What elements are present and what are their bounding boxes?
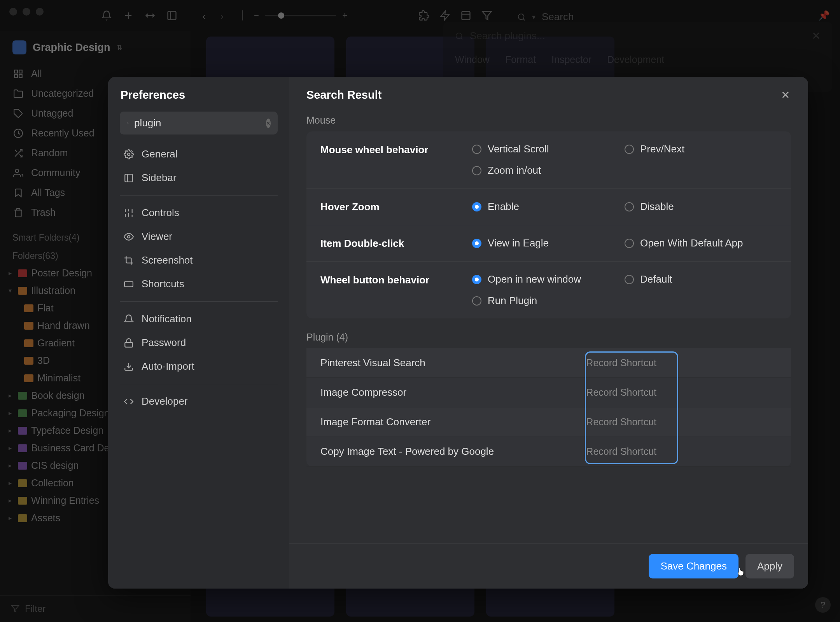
prefs-nav-general[interactable]: General (120, 142, 278, 166)
prefs-nav-viewer[interactable]: Viewer (120, 225, 278, 248)
prefs-nav-developer[interactable]: Developer (120, 390, 278, 413)
mouse-section-label: Mouse (306, 115, 791, 126)
settings-icon (124, 149, 134, 159)
svg-point-24 (128, 153, 130, 156)
prefs-nav-sidebar[interactable]: Sidebar (120, 166, 278, 190)
radio-new-window[interactable] (472, 275, 481, 284)
download-icon (124, 362, 134, 372)
radio-view-eagle[interactable] (472, 239, 481, 248)
plugin-row-copytext[interactable]: Copy Image Text - Powered by Google Reco… (306, 437, 791, 466)
svg-rect-34 (124, 281, 133, 287)
prefs-nav-shortcuts[interactable]: Shortcuts (120, 272, 278, 296)
plugin-row-converter[interactable]: Image Format Converter Record Shortcut (306, 407, 791, 437)
prefs-nav-controls[interactable]: Controls (120, 201, 278, 225)
code-icon (124, 397, 134, 407)
svg-line-23 (128, 123, 128, 124)
prefs-nav-autoimport[interactable]: Auto-Import (120, 355, 278, 378)
radio-disable[interactable] (625, 202, 634, 211)
setting-wheel-button: Wheel button behavior Open in new window… (306, 262, 791, 318)
shortcut-input[interactable]: Record Shortcut (430, 416, 777, 428)
eye-icon (124, 232, 134, 242)
svg-point-22 (127, 122, 128, 124)
radio-enable[interactable] (472, 202, 481, 211)
sliders-icon (124, 208, 134, 218)
clear-icon[interactable]: ✕ (266, 119, 271, 128)
setting-wheel-behavior: Mouse wheel behavior Vertical Scroll Pre… (306, 131, 791, 189)
close-icon[interactable]: ✕ (779, 89, 791, 101)
preferences-title: Preferences (120, 89, 278, 101)
preferences-modal: Preferences ✕ General Sidebar Controls V… (108, 77, 808, 589)
preferences-content: Search Result ✕ Mouse Mouse wheel behavi… (289, 77, 808, 589)
keyboard-icon (124, 279, 134, 289)
prefs-nav-notification[interactable]: Notification (120, 307, 278, 331)
mouse-settings-card: Mouse wheel behavior Vertical Scroll Pre… (306, 131, 791, 318)
prefs-search-input[interactable] (134, 117, 261, 129)
prefs-nav-screenshot[interactable]: Screenshot (120, 248, 278, 272)
shortcut-input[interactable]: Record Shortcut (425, 357, 777, 369)
save-button[interactable]: Save Changes (649, 554, 738, 578)
radio-vertical-scroll[interactable] (472, 145, 481, 154)
prefs-search[interactable]: ✕ (120, 112, 278, 135)
preferences-sidebar: Preferences ✕ General Sidebar Controls V… (108, 77, 289, 589)
search-icon (127, 119, 129, 128)
svg-rect-25 (125, 174, 133, 182)
radio-default-app[interactable] (625, 239, 634, 248)
radio-prev-next[interactable] (625, 145, 634, 154)
svg-point-33 (128, 235, 130, 238)
sidebar-icon (124, 173, 134, 183)
shortcut-input[interactable]: Record Shortcut (406, 387, 777, 398)
radio-zoom[interactable] (472, 166, 481, 175)
plugin-section-label: Plugin (4) (306, 332, 791, 343)
crop-icon (124, 255, 134, 266)
lock-icon (124, 338, 134, 348)
radio-default[interactable] (625, 275, 634, 284)
preferences-footer: Save Changes Apply (289, 543, 808, 589)
plugin-row-pinterest[interactable]: Pinterest Visual Search Record Shortcut (306, 348, 791, 378)
setting-hover-zoom: Hover Zoom Enable Disable (306, 189, 791, 225)
plugin-list: Pinterest Visual Search Record Shortcut … (306, 348, 791, 466)
plugin-row-compressor[interactable]: Image Compressor Record Shortcut (306, 378, 791, 407)
shortcut-input[interactable]: Record Shortcut (494, 446, 777, 457)
prefs-nav-password[interactable]: Password (120, 331, 278, 355)
content-title: Search Result (306, 89, 382, 101)
setting-double-click: Item Double-click View in Eagle Open Wit… (306, 225, 791, 262)
modal-overlay: Preferences ✕ General Sidebar Controls V… (0, 0, 840, 622)
radio-run-plugin[interactable] (472, 296, 481, 306)
apply-button[interactable]: Apply (746, 554, 794, 578)
svg-rect-37 (125, 342, 133, 347)
bell-icon (124, 314, 134, 324)
